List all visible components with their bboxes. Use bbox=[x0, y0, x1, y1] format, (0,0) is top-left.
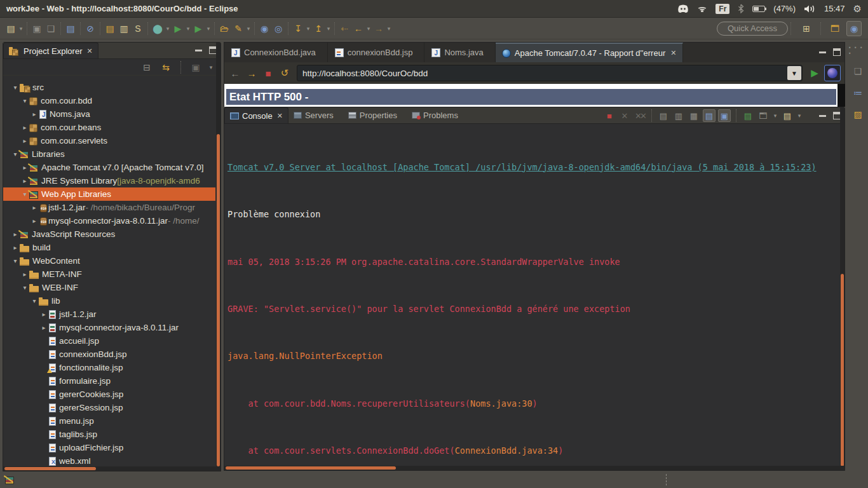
browser-stop-icon[interactable]: ■ bbox=[261, 65, 275, 81]
open-console-icon[interactable]: ▤ bbox=[781, 109, 794, 122]
tree-expander-icon[interactable]: ▸ bbox=[30, 217, 39, 224]
discord-icon[interactable] bbox=[677, 4, 689, 13]
open-perspective-icon[interactable]: ⊞ bbox=[799, 21, 814, 36]
save-all-icon[interactable]: ❏ bbox=[44, 21, 58, 36]
close-icon[interactable]: ✕ bbox=[86, 47, 92, 55]
wifi-icon[interactable] bbox=[697, 5, 707, 12]
keyboard-layout-indicator[interactable]: Fr bbox=[715, 4, 729, 14]
tree-row[interactable]: ▸ META-INF bbox=[3, 268, 215, 281]
editor-minimize-icon[interactable] bbox=[819, 48, 827, 56]
palette-view-icon[interactable]: ▨ bbox=[851, 108, 864, 121]
editor-tab[interactable]: Apache Tomcat/7.0.47 - Rapport d''erreur… bbox=[496, 43, 684, 62]
tree-row[interactable]: fonctionnalite.jsp bbox=[3, 361, 215, 374]
new-console-icon[interactable]: ▤ bbox=[742, 109, 754, 122]
tree-expander-icon[interactable]: ▸ bbox=[39, 311, 48, 318]
tree-expander-icon[interactable]: ▸ bbox=[30, 111, 39, 118]
tree-row[interactable]: uploadFichier.jsp bbox=[3, 441, 215, 454]
tree-expander-icon[interactable]: ▸ bbox=[11, 231, 20, 238]
remove-launch-icon[interactable]: ✕ bbox=[618, 109, 631, 122]
open-console-dropdown-icon[interactable]: ▾ bbox=[796, 112, 803, 119]
show-console-on-output-icon[interactable]: ▣ bbox=[718, 109, 731, 122]
url-history-dropdown-icon[interactable]: ▼ bbox=[787, 66, 801, 80]
outline-view-icon[interactable]: ≔ bbox=[851, 86, 864, 99]
annotate-dropdown-icon[interactable]: ▾ bbox=[245, 25, 252, 32]
last-edit-location-icon[interactable]: ⇠ bbox=[337, 21, 351, 36]
new-xml-icon[interactable]: ▤ bbox=[103, 21, 117, 36]
stack-trace-link[interactable]: Noms.java:30 bbox=[470, 398, 532, 409]
restore-view-icon[interactable]: ❏ bbox=[851, 65, 864, 78]
console-view-tab[interactable]: Servers bbox=[288, 107, 343, 123]
tree-expander-icon[interactable]: ▾ bbox=[11, 84, 20, 91]
tree-row[interactable]: ▾ src bbox=[3, 81, 215, 94]
minimize-view-icon[interactable] bbox=[195, 46, 203, 54]
tree-row[interactable]: ▾ Libraries bbox=[3, 147, 215, 161]
editor-tab[interactable]: connexionBdd.jsp bbox=[328, 43, 425, 62]
tree-expander-icon[interactable]: ▾ bbox=[11, 257, 20, 264]
editor-tab[interactable]: Noms.java bbox=[424, 43, 495, 62]
export-icon[interactable]: ↥ bbox=[311, 21, 325, 36]
new-servlet-icon[interactable]: S bbox=[131, 21, 145, 36]
debug-dropdown-icon[interactable]: ▾ bbox=[165, 25, 171, 32]
terminate-icon[interactable]: ■ bbox=[603, 109, 616, 122]
url-input[interactable] bbox=[297, 69, 787, 78]
explorer-vertical-scrollbar[interactable] bbox=[216, 43, 220, 471]
editor-tab-close-icon[interactable]: ✕ bbox=[670, 49, 676, 57]
display-console-dropdown-icon[interactable]: ▾ bbox=[772, 112, 778, 119]
new-wizard-icon[interactable]: ▤ bbox=[4, 21, 18, 36]
tree-expander-icon[interactable]: ▾ bbox=[20, 191, 29, 198]
save-icon[interactable]: ▣ bbox=[30, 21, 44, 36]
web-perspective-icon[interactable]: ◉ bbox=[846, 21, 862, 36]
tree-expander-icon[interactable]: ▸ bbox=[20, 137, 29, 144]
annotate-icon[interactable]: ✎ bbox=[231, 21, 245, 36]
volume-icon[interactable] bbox=[804, 4, 816, 13]
tree-expander-icon[interactable]: ▸ bbox=[20, 177, 29, 184]
clock[interactable]: 15:47 bbox=[824, 4, 845, 13]
stack-trace-link[interactable]: ConnexionBdd.java:34 bbox=[455, 445, 559, 456]
tree-row[interactable]: gererSession.jsp bbox=[3, 401, 215, 414]
tab-project-explorer[interactable]: Project Explorer ✕ bbox=[3, 43, 98, 58]
console-horizontal-scrollbar[interactable] bbox=[224, 466, 844, 470]
editor-maximize-icon[interactable] bbox=[833, 48, 841, 56]
tree-expander-icon[interactable]: ▾ bbox=[20, 97, 29, 104]
import-dropdown-icon[interactable]: ▾ bbox=[305, 25, 311, 32]
new-jsp-icon[interactable]: ▥ bbox=[117, 21, 131, 36]
session-gear-icon[interactable]: ⚙ bbox=[853, 3, 862, 15]
run-on-server-icon[interactable]: ▶ bbox=[191, 21, 205, 36]
forward-icon[interactable]: → bbox=[372, 21, 386, 36]
battery-icon[interactable] bbox=[752, 6, 765, 12]
console-minimize-icon[interactable] bbox=[819, 112, 827, 119]
tree-expander-icon[interactable]: ▸ bbox=[11, 244, 20, 251]
export-dropdown-icon[interactable]: ▾ bbox=[325, 25, 332, 32]
scroll-lock-icon[interactable]: ▥ bbox=[672, 109, 685, 122]
link-with-editor-icon[interactable]: ⇆ bbox=[159, 61, 173, 74]
javaee-perspective-icon[interactable]: 🗔 bbox=[827, 21, 843, 36]
tree-expander-icon[interactable]: ▾ bbox=[20, 284, 29, 291]
external-tools-icon[interactable]: ◎ bbox=[271, 21, 285, 36]
open-resource-icon[interactable]: 🗁 bbox=[217, 21, 231, 36]
focus-on-active-task-icon[interactable]: ▣ bbox=[189, 61, 203, 74]
run-server-dropdown-icon[interactable]: ▾ bbox=[205, 25, 212, 32]
tree-row[interactable]: connexionBdd.jsp bbox=[3, 348, 215, 361]
tree-row[interactable]: ▸ mysql-connector-java-8.0.11.jar bbox=[3, 321, 215, 334]
web-browser-icon[interactable]: ◉ bbox=[257, 21, 271, 36]
tree-row[interactable]: ▸ jstl-1.2.jar bbox=[3, 308, 215, 321]
clear-console-icon[interactable]: ▤ bbox=[657, 109, 670, 122]
tree-row[interactable]: menu.jsp bbox=[3, 414, 215, 428]
print-icon[interactable]: ▤ bbox=[64, 21, 78, 36]
run-icon[interactable]: ▶ bbox=[171, 21, 185, 36]
external-browser-button[interactable] bbox=[824, 65, 841, 81]
browser-back-icon[interactable]: ← bbox=[228, 65, 242, 81]
tree-row[interactable]: ▸ Noms.java bbox=[3, 107, 215, 121]
drag-handle-icon[interactable]: ▪ ▪ ▪ ▪ bbox=[849, 44, 867, 56]
tree-expander-icon[interactable]: ▾ bbox=[30, 297, 39, 304]
console-view-tab[interactable]: Console ✕ bbox=[224, 107, 288, 123]
console-vertical-scrollbar[interactable] bbox=[840, 107, 844, 470]
tree-row[interactable]: ▾ WEB-INF bbox=[3, 281, 215, 294]
back-icon[interactable]: ← bbox=[351, 21, 365, 36]
tree-row[interactable]: ▸ Apache Tomcat v7.0 [Apache Tomcat v7.0… bbox=[3, 161, 215, 174]
tree-row[interactable]: ▸ com.cour.servlets bbox=[3, 134, 215, 147]
tree-row[interactable]: ▸ JRE System Library [java-8-openjdk-amd… bbox=[3, 174, 215, 187]
tree-row[interactable]: ▾ Web App Libraries bbox=[3, 187, 215, 201]
debug-icon[interactable]: ⬤ bbox=[151, 21, 165, 36]
view-menu-icon[interactable]: ▾ bbox=[208, 64, 214, 71]
